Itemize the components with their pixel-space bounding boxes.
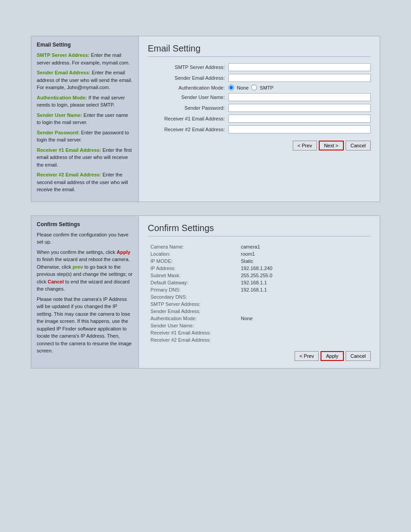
- confirm-cancel-link: Cancel: [47, 279, 64, 284]
- receiver1-field-label: Receiver #1 Email Address:: [148, 116, 228, 121]
- confirm-table-row: IP Address: 192.168.1.240: [149, 265, 370, 271]
- confirm-row-value: [239, 308, 370, 314]
- confirm-table-row: IP MODE: Static: [149, 258, 370, 264]
- smtp-server-label: SMTP Server Address:: [37, 52, 90, 58]
- auth-mode-row: Authentication Mode: None SMTP: [148, 85, 371, 90]
- email-next-button[interactable]: Next >: [319, 141, 344, 150]
- confirm-prev-link: prev: [73, 264, 83, 270]
- auth-mode-radio-group: None SMTP: [228, 85, 274, 90]
- confirm-row-value: [239, 294, 370, 300]
- sender-password-desc: Sender Password: Enter the password to l…: [37, 129, 133, 144]
- confirm-row-label: Sender User Name:: [149, 322, 238, 329]
- email-setting-right: Email Setting SMTP Server Address: Sende…: [139, 36, 380, 202]
- confirm-row-value: None: [239, 315, 370, 322]
- confirm-desc-2: When you confirm the settings, click App…: [37, 249, 133, 293]
- confirm-row-label: Primary DNS:: [149, 287, 238, 293]
- confirm-settings-right: Confirm Settings Camera Name: camera1 Lo…: [139, 216, 380, 368]
- email-cancel-button[interactable]: Cancel: [346, 141, 371, 150]
- confirm-table-row: Location: room1: [149, 251, 370, 257]
- confirm-table-row: Default Gateway: 192.168.1.1: [149, 279, 370, 286]
- auth-mode-smtp-label: SMTP: [260, 85, 274, 90]
- confirm-apply-button[interactable]: Apply: [321, 351, 344, 361]
- confirm-table: Camera Name: camera1 Location: room1 IP …: [148, 243, 371, 344]
- confirm-table-row: Secondary DNS:: [149, 294, 370, 300]
- receiver2-input[interactable]: [228, 125, 371, 133]
- sender-email-row: Sender Email Address:: [148, 74, 371, 82]
- sender-password-input[interactable]: [228, 104, 371, 112]
- confirm-button-row: < Prev Apply Cancel: [148, 351, 371, 361]
- auth-mode-field-label: Authentication Mode:: [148, 85, 228, 90]
- confirm-row-value: camera1: [239, 244, 370, 250]
- confirm-settings-left: Confirm Settings Please confirm the conf…: [31, 216, 139, 368]
- confirm-row-label: Secondary DNS:: [149, 294, 238, 300]
- confirm-row-label: IP Address:: [149, 265, 238, 271]
- confirm-row-value: 255.255.255.0: [239, 272, 370, 279]
- receiver1-input[interactable]: [228, 115, 371, 123]
- confirm-table-row: Authentication Mode: None: [149, 315, 370, 322]
- receiver2-desc: Receiver #2 Email Address: Enter the sec…: [37, 171, 133, 193]
- confirm-row-label: Authentication Mode:: [149, 315, 238, 322]
- sender-email-field-label: Sender Email Address:: [148, 75, 228, 81]
- email-setting-panel-title: Email Setting: [148, 43, 371, 57]
- confirm-row-label: Location:: [149, 251, 238, 257]
- confirm-settings-panel-title: Confirm Settings: [148, 223, 371, 236]
- receiver1-row: Receiver #1 Email Address:: [148, 115, 371, 123]
- sender-password-label: Sender Password:: [37, 130, 80, 135]
- sender-username-field-label: Sender User Name:: [148, 94, 228, 100]
- confirm-row-value: [239, 301, 370, 307]
- confirm-row-label: Receiver #2 Email Address:: [149, 337, 238, 343]
- email-setting-left: Email Setting SMTP Server Address: Enter…: [31, 36, 139, 202]
- sender-password-row: Sender Password:: [148, 104, 371, 112]
- smtp-server-row: SMTP Server Address:: [148, 63, 371, 71]
- auth-mode-label: Authentication Mode:: [37, 95, 87, 100]
- confirm-apply-link: Apply: [117, 249, 131, 255]
- confirm-row-value: 192.168.1.240: [239, 265, 370, 271]
- confirm-table-row: Sender User Name:: [149, 322, 370, 329]
- confirm-row-label: Default Gateway:: [149, 279, 238, 286]
- confirm-row-value: 192.168.1.1: [239, 287, 370, 293]
- confirm-row-label: Subnet Mask:: [149, 272, 238, 279]
- auth-mode-none-label: None: [237, 85, 248, 90]
- confirm-row-label: Sender Email Address:: [149, 308, 238, 314]
- confirm-row-label: Receiver #1 Email Address:: [149, 330, 238, 336]
- confirm-row-value: [239, 337, 370, 343]
- auth-mode-none-radio[interactable]: [228, 85, 234, 90]
- sender-username-desc: Sender User Name: Enter the user name to…: [37, 112, 133, 126]
- confirm-row-label: Camera Name:: [149, 244, 238, 250]
- confirm-row-label: IP MODE:: [149, 258, 238, 264]
- confirm-settings-panel: Confirm Settings Please confirm the conf…: [31, 215, 380, 369]
- receiver1-desc: Receiver #1 Email Address: Enter the fir…: [37, 146, 133, 169]
- receiver1-label: Receiver #1 Email Address:: [37, 147, 101, 153]
- confirm-settings-left-title: Confirm Settings: [37, 221, 133, 227]
- email-prev-button[interactable]: < Prev: [293, 141, 317, 150]
- confirm-row-value: 192.168.1.1: [239, 279, 370, 286]
- confirm-table-row: Camera Name: camera1: [149, 244, 370, 250]
- receiver2-field-label: Receiver #2 Email Address:: [148, 127, 228, 132]
- sender-username-row: Sender User Name:: [148, 93, 371, 101]
- email-setting-panel: Email Setting SMTP Server Address: Enter…: [31, 36, 380, 202]
- sender-username-input[interactable]: [228, 93, 371, 101]
- smtp-server-input[interactable]: [228, 63, 371, 71]
- confirm-desc-1: Please confirm the configuration you hav…: [37, 231, 133, 246]
- confirm-row-value: Static: [239, 258, 370, 264]
- sender-email-desc: Sender Email Address: Enter the email ad…: [37, 69, 133, 91]
- receiver2-label: Receiver #2 Email Address:: [37, 172, 101, 177]
- confirm-row-value: [239, 330, 370, 336]
- sender-email-input[interactable]: [228, 74, 371, 82]
- confirm-row-label: SMTP Server Address:: [149, 301, 238, 307]
- email-button-row: < Prev Next > Cancel: [148, 141, 371, 150]
- smtp-server-field-label: SMTP Server Address:: [148, 64, 228, 70]
- email-setting-left-title: Email Setting: [37, 42, 133, 48]
- confirm-table-row: SMTP Server Address:: [149, 301, 370, 307]
- confirm-row-value: room1: [239, 251, 370, 257]
- confirm-row-value: [239, 322, 370, 329]
- confirm-table-row: Receiver #2 Email Address:: [149, 337, 370, 343]
- confirm-prev-button[interactable]: < Prev: [295, 351, 319, 361]
- confirm-cancel-button[interactable]: Cancel: [346, 351, 371, 361]
- receiver2-row: Receiver #2 Email Address:: [148, 125, 371, 133]
- confirm-table-row: Receiver #1 Email Address:: [149, 330, 370, 336]
- confirm-table-row: Subnet Mask: 255.255.255.0: [149, 272, 370, 279]
- sender-password-field-label: Sender Password:: [148, 105, 228, 111]
- confirm-desc-3: Please note that the camera's IP Address…: [37, 296, 133, 355]
- auth-mode-smtp-radio[interactable]: [251, 85, 257, 90]
